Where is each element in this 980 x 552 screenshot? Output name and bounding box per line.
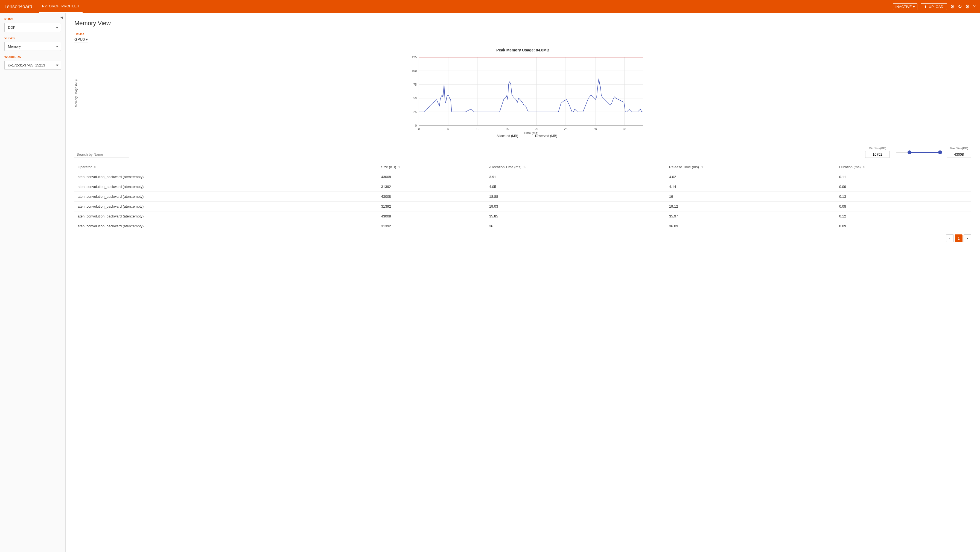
table-body: aten::convolution_backward (aten::empty)… [75, 172, 971, 231]
min-size-input[interactable] [865, 151, 890, 158]
device-selector[interactable]: GPU0 ▾ [75, 37, 88, 42]
y-axis-label: Memory Usage (MB) [75, 79, 78, 107]
inactive-dropdown-icon: ▾ [913, 5, 915, 9]
col-header-duration[interactable]: Duration (ms) ⇅ [836, 162, 971, 172]
views-label: Views [5, 37, 61, 40]
inactive-select[interactable]: INACTIVE ▾ [893, 3, 917, 10]
cell-size: 43008 [378, 172, 486, 182]
svg-text:75: 75 [414, 83, 417, 86]
upload-icon: ⬆ [924, 5, 927, 9]
min-size-label: Min Size(KB) [869, 147, 886, 150]
col-header-release-time[interactable]: Release Time (ms) ⇅ [666, 162, 836, 172]
memory-table: Operator ⇅ Size (KB) ⇅ Allocation Time (… [75, 162, 971, 231]
cell-duration: 0.09 [836, 221, 971, 231]
max-size-field: Max Size(KB) [947, 147, 971, 158]
cell-size: 31392 [378, 221, 486, 231]
sort-icon-alloc-time: ⇅ [523, 166, 525, 169]
svg-text:0: 0 [418, 127, 420, 131]
svg-text:125: 125 [412, 56, 417, 59]
runs-label: Runs [5, 18, 61, 21]
device-dropdown-icon: ▾ [86, 37, 88, 41]
app-brand: TensorBoard [5, 4, 32, 10]
cell-operator: aten::convolution_backward (aten::empty) [75, 221, 378, 231]
refresh-icon[interactable]: ↻ [958, 3, 962, 10]
col-header-size[interactable]: Size (KB) ⇅ [378, 162, 486, 172]
inactive-label: INACTIVE [896, 5, 912, 9]
table-section: Min Size(KB) Max Size(KB) [75, 147, 971, 246]
cell-release-time: 19 [666, 192, 836, 202]
cell-alloc-time: 18.88 [486, 192, 666, 202]
cell-duration: 0.08 [836, 202, 971, 211]
sidebar-collapse-button[interactable]: ◀ [60, 15, 63, 19]
cell-duration: 0.13 [836, 192, 971, 202]
settings-icon[interactable]: ⚙ [950, 3, 955, 10]
search-input[interactable] [75, 151, 129, 158]
pagination-prev[interactable]: ‹ [946, 235, 954, 242]
help-icon[interactable]: ? [973, 4, 975, 10]
chart-legend: Allocated (MB) Reserved (MB) [75, 134, 971, 138]
views-select[interactable]: Memory Overview Operator Kernel Trace [5, 42, 61, 51]
workers-select[interactable]: ip-172-31-37-85_15213 [5, 61, 61, 70]
table-row: aten::convolution_backward (aten::empty)… [75, 211, 971, 221]
svg-text:25: 25 [564, 127, 567, 131]
svg-text:5: 5 [447, 127, 449, 131]
cell-alloc-time: 36 [486, 221, 666, 231]
cell-release-time: 4.14 [666, 182, 836, 192]
table-row: aten::convolution_backward (aten::empty)… [75, 172, 971, 182]
svg-text:35: 35 [623, 127, 626, 131]
table-row: aten::convolution_backward (aten::empty)… [75, 202, 971, 211]
cell-operator: aten::convolution_backward (aten::empty) [75, 172, 378, 182]
cell-duration: 0.12 [836, 211, 971, 221]
sort-icon-operator: ⇅ [94, 166, 96, 169]
pagination-next[interactable]: › [964, 235, 971, 242]
table-header: Operator ⇅ Size (KB) ⇅ Allocation Time (… [75, 162, 971, 172]
sidebar: ◀ Runs DDP Views Memory Overview Operato… [0, 13, 65, 552]
legend-reserved-line [527, 136, 533, 136]
range-slider[interactable] [896, 152, 940, 153]
navbar-tab-pytorch-profiler[interactable]: PYTORCH_PROFILER [39, 0, 83, 13]
legend-allocated-label: Allocated (MB) [496, 134, 518, 138]
cell-alloc-time: 3.91 [486, 172, 666, 182]
min-size-field: Min Size(KB) [865, 147, 890, 158]
max-size-input[interactable] [947, 151, 971, 158]
cell-alloc-time: 35.85 [486, 211, 666, 221]
runs-section: Runs DDP [0, 18, 65, 32]
svg-text:25: 25 [414, 110, 417, 113]
more-settings-icon[interactable]: ⚙ [965, 3, 970, 10]
pagination-page-1[interactable]: 1 [955, 235, 963, 242]
navbar: TensorBoard PYTORCH_PROFILER INACTIVE ▾ … [0, 0, 980, 13]
cell-size: 43008 [378, 211, 486, 221]
legend-allocated-line [488, 136, 495, 136]
col-header-alloc-time[interactable]: Allocation Time (ms) ⇅ [486, 162, 666, 172]
chart-title: Peak Memory Usage: 84.8MB [75, 48, 971, 52]
page-title: Memory View [75, 20, 971, 27]
size-filter: Min Size(KB) Max Size(KB) [865, 147, 971, 158]
svg-text:50: 50 [414, 97, 417, 100]
svg-text:Time (ms): Time (ms) [523, 131, 538, 135]
svg-rect-0 [419, 57, 643, 126]
svg-text:30: 30 [593, 127, 597, 131]
table-controls: Min Size(KB) Max Size(KB) [75, 147, 971, 158]
device-selected-value: GPU0 [75, 37, 85, 41]
pagination: ‹ 1 › [75, 231, 971, 246]
svg-text:0: 0 [415, 124, 417, 127]
legend-reserved-label: Reserved (MB) [535, 134, 557, 138]
runs-select[interactable]: DDP [5, 23, 61, 32]
upload-button[interactable]: ⬆ UPLOAD [921, 3, 947, 10]
table-row: aten::convolution_backward (aten::empty)… [75, 221, 971, 231]
cell-release-time: 19.12 [666, 202, 836, 211]
svg-text:100: 100 [412, 69, 417, 72]
col-header-operator[interactable]: Operator ⇅ [75, 162, 378, 172]
views-section: Views Memory Overview Operator Kernel Tr… [0, 37, 65, 51]
device-label: Device [75, 32, 971, 36]
svg-text:10: 10 [476, 127, 479, 131]
max-size-label: Max Size(KB) [950, 147, 968, 150]
cell-duration: 0.09 [836, 182, 971, 192]
workers-section: Workers ip-172-31-37-85_15213 [0, 55, 65, 70]
cell-release-time: 4.02 [666, 172, 836, 182]
svg-text:15: 15 [505, 127, 509, 131]
search-wrap [75, 151, 129, 158]
chart-svg: 125 100 75 50 25 0 0 5 10 15 20 25 30 [80, 54, 971, 131]
upload-label: UPLOAD [929, 5, 943, 9]
device-section: Device GPU0 ▾ [75, 32, 971, 42]
